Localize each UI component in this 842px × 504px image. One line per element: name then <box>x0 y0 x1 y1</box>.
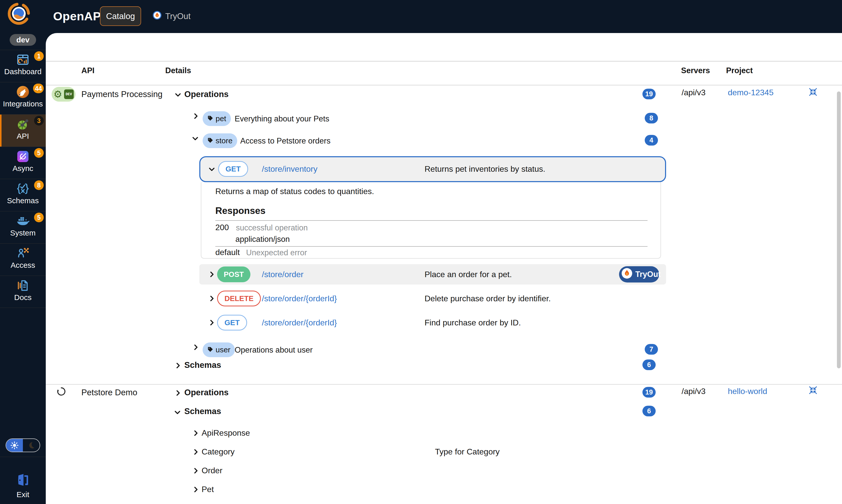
tag-icon <box>207 114 213 123</box>
schema-item-name[interactable]: Order <box>201 466 223 475</box>
column-header-project: Project <box>726 66 753 75</box>
tag-description: Operations about user <box>235 345 313 355</box>
sidebar-item-label: Integrations <box>0 100 46 108</box>
chevron-right-icon[interactable] <box>174 389 182 398</box>
schema-item-name[interactable]: Pet <box>201 485 214 494</box>
collapse-arrows-icon[interactable] <box>808 385 818 396</box>
sidebar-item-dashboard[interactable]: Dashboard 1 <box>0 50 46 82</box>
collapse-arrows-icon[interactable] <box>808 87 818 97</box>
schemas-node-label[interactable]: Schemas <box>184 407 221 416</box>
schemas-count-badge: 6 <box>643 359 656 370</box>
catalog-tab[interactable]: Catalog <box>100 6 141 26</box>
flame-icon <box>621 268 633 281</box>
sidebar-item-label: Access <box>0 261 46 270</box>
response-code: default <box>215 248 240 257</box>
operation-detail-panel: Returns a map of status codes to quantit… <box>201 182 661 258</box>
notification-badge: 5 <box>34 213 44 222</box>
header-underline <box>46 85 842 85</box>
schema-item-name[interactable]: Category <box>201 447 235 456</box>
tag-icon <box>207 345 213 354</box>
servers-value: /api/v3 <box>682 88 705 97</box>
notification-badge: 44 <box>33 84 44 93</box>
tag-icon <box>207 137 213 145</box>
operation-row-get-inventory-selected[interactable]: GET /store/inventory Returns pet invento… <box>199 156 666 182</box>
sidebar-item-integrations[interactable]: Integrations 44 <box>0 82 46 114</box>
operations-node-label[interactable]: Operations <box>184 388 229 397</box>
notification-badge: 8 <box>34 180 44 190</box>
dark-mode-moon-icon[interactable] <box>23 439 40 452</box>
method-badge-get: GET <box>217 315 247 330</box>
notification-badge: 3 <box>34 116 44 126</box>
operations-node-label[interactable]: Operations <box>184 89 229 99</box>
operations-count-badge: 19 <box>643 89 656 99</box>
operation-row-get-order[interactable]: GET /store/order/{orderId} Find purchase… <box>199 312 666 333</box>
operation-summary: Place an order for a pet. <box>424 270 512 279</box>
loading-spinner-icon <box>56 386 66 397</box>
chevron-right-icon[interactable] <box>192 112 199 121</box>
vertical-scrollbar[interactable] <box>837 91 841 368</box>
tag-pill-store[interactable]: store <box>203 133 237 148</box>
operation-path-link[interactable]: /store/inventory <box>262 164 317 174</box>
light-mode-sun-icon[interactable] <box>6 439 23 452</box>
chevron-right-icon[interactable] <box>208 271 215 279</box>
sidebar: dev Dashboard 1 Integrations 44 <box>0 33 46 504</box>
tryout-tab-label: TryOut <box>165 12 191 21</box>
tag-description: Access to Petstore orders <box>240 137 331 146</box>
sidebar-item-schemas[interactable]: Schemas 8 <box>0 179 46 211</box>
theme-toggle[interactable] <box>5 438 40 452</box>
tag-pill-user[interactable]: user <box>203 342 235 357</box>
table-top-border <box>46 61 842 61</box>
app-title: OpenAPI <box>53 9 105 23</box>
project-link[interactable]: hello-world <box>728 386 767 396</box>
sidebar-item-label: API <box>0 132 46 141</box>
operation-row-delete-order[interactable]: DELETE /store/order/{orderId} Delete pur… <box>199 288 666 309</box>
flame-icon <box>153 11 162 22</box>
chevron-right-icon[interactable] <box>192 429 199 438</box>
sidebar-item-docs[interactable]: Docs <box>0 276 46 308</box>
response-description: successful operation <box>236 223 308 232</box>
chevron-down-icon[interactable] <box>174 91 182 100</box>
chevron-right-icon[interactable] <box>192 448 199 457</box>
schema-item-name[interactable]: ApiResponse <box>201 428 250 438</box>
sidebar-item-async[interactable]: Async 5 <box>0 147 46 179</box>
exit-button[interactable]: Exit <box>0 472 46 499</box>
column-header-api: API <box>81 66 94 75</box>
project-link[interactable]: demo-12345 <box>728 88 774 97</box>
row-divider <box>46 384 842 384</box>
chevron-right-icon[interactable] <box>192 343 199 352</box>
operation-summary: Returns pet inventories by status. <box>424 164 545 174</box>
api-status-chip[interactable]: ⚙ DEV <box>52 87 75 102</box>
chevron-right-icon[interactable] <box>192 467 199 475</box>
operation-row-post-order[interactable]: POST /store/order Place an order for a p… <box>199 264 666 285</box>
chevron-down-icon[interactable] <box>208 165 215 174</box>
method-badge-get: GET <box>218 161 248 177</box>
response-media-type: application/json <box>235 235 290 244</box>
tag-count-badge: 7 <box>645 344 658 355</box>
response-description: Unexpected error <box>246 248 307 257</box>
chevron-down-icon[interactable] <box>174 409 181 417</box>
operation-path-link[interactable]: /store/order/{orderId} <box>262 294 337 303</box>
sidebar-item-access[interactable]: Access <box>0 244 46 276</box>
tag-name: user <box>215 345 230 354</box>
tryout-tab[interactable]: TryOut <box>153 11 191 22</box>
tryout-button[interactable]: TryOut <box>619 266 659 283</box>
chevron-right-icon[interactable] <box>192 486 199 494</box>
tag-name: pet <box>215 114 226 123</box>
chevron-right-icon[interactable] <box>208 319 215 327</box>
sidebar-item-api[interactable]: API 3 <box>0 114 46 147</box>
api-name: Petstore Demo <box>81 388 137 397</box>
sidebar-item-system[interactable]: System 5 <box>0 211 46 244</box>
tag-count-badge: 4 <box>645 135 658 146</box>
sidebar-divider <box>0 457 46 457</box>
sidebar-item-label: Schemas <box>0 196 46 205</box>
tryout-button-label: TryOut <box>635 270 661 279</box>
tag-pill-pet[interactable]: pet <box>203 111 231 126</box>
chevron-right-icon[interactable] <box>208 295 215 303</box>
chevron-right-icon[interactable] <box>174 362 182 371</box>
operation-summary: Find purchase order by ID. <box>424 318 521 327</box>
schemas-node-label[interactable]: Schemas <box>184 360 221 370</box>
responses-divider <box>215 246 648 247</box>
operation-path-link[interactable]: /store/order/{orderId} <box>262 318 337 327</box>
operation-path-link[interactable]: /store/order <box>262 270 303 279</box>
chevron-down-icon[interactable] <box>191 134 199 143</box>
